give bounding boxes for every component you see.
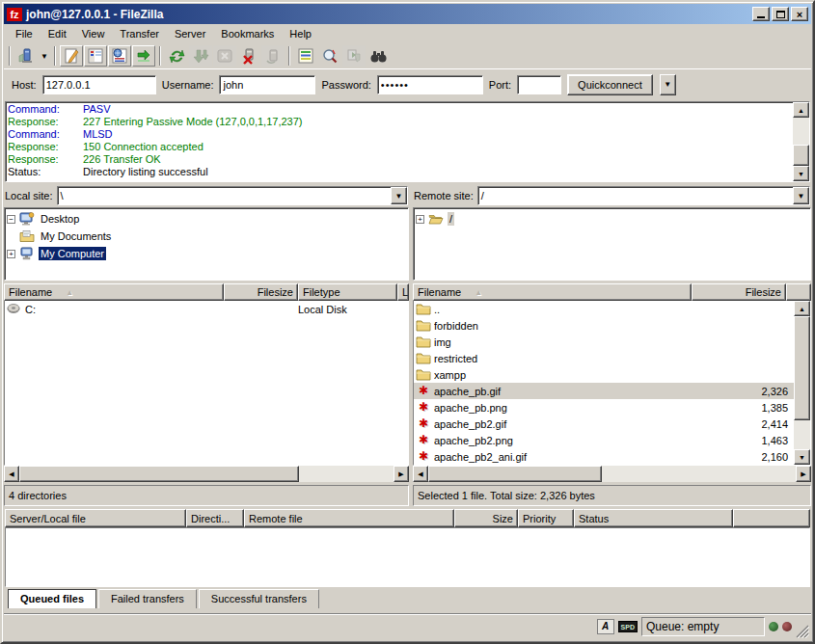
scroll-right-button[interactable]: ▶: [394, 466, 409, 482]
filter-icon: [298, 48, 313, 64]
find-files-button[interactable]: [367, 45, 390, 67]
directory-filter-button[interactable]: [294, 45, 317, 67]
remote-file-row[interactable]: img: [414, 334, 794, 350]
speed-limit-indicator-icon[interactable]: SPD: [618, 621, 638, 632]
tree-item-root[interactable]: + /: [416, 210, 808, 228]
expand-icon[interactable]: +: [416, 215, 424, 224]
column-header-size[interactable]: Size: [454, 509, 518, 527]
scroll-left-button[interactable]: ◀: [413, 466, 428, 482]
menu-bar: File Edit View Transfer Server Bookmarks…: [4, 24, 811, 43]
remote-file-row[interactable]: restricted: [414, 350, 794, 366]
column-header-remote-file[interactable]: Remote file: [244, 509, 454, 527]
tree-item-my-computer[interactable]: + My Computer: [7, 245, 406, 262]
collapse-icon[interactable]: −: [7, 215, 15, 224]
local-file-row[interactable]: C: Local Disk: [5, 301, 408, 317]
remote-file-row-selected[interactable]: ✱ apache_pb.gif 2,326: [414, 383, 794, 399]
log-line: Response:150 Connection accepted: [8, 141, 791, 153]
scroll-up-button[interactable]: ▲: [793, 102, 809, 118]
scroll-left-button[interactable]: ◀: [4, 466, 19, 482]
scroll-thumb[interactable]: [428, 466, 602, 482]
menu-bookmarks[interactable]: Bookmarks: [213, 26, 282, 41]
remote-file-row[interactable]: ✱ apache_pb2_ani.gif 2,160: [414, 448, 794, 465]
host-input[interactable]: [42, 75, 156, 94]
remote-file-row[interactable]: ✱ apache_pb2.gif 2,414: [414, 416, 794, 432]
scroll-up-button[interactable]: ▲: [794, 301, 810, 316]
column-header-filesize[interactable]: Filesize: [692, 283, 786, 301]
synchronized-browsing-button[interactable]: [342, 45, 366, 67]
quickconnect-button[interactable]: Quickconnect: [567, 74, 653, 95]
local-site-dropdown[interactable]: ▼: [391, 187, 407, 204]
scroll-down-button[interactable]: ▼: [793, 166, 809, 181]
column-header-filetype[interactable]: Filetype: [298, 283, 397, 301]
scroll-thumb[interactable]: [19, 466, 299, 482]
scroll-down-button[interactable]: ▼: [794, 449, 810, 465]
menu-edit[interactable]: Edit: [41, 26, 74, 41]
remote-file-row[interactable]: ..: [414, 301, 794, 317]
tab-failed-transfers[interactable]: Failed transfers: [98, 589, 197, 608]
remote-site-combobox[interactable]: / ▼: [477, 186, 810, 205]
maximize-button[interactable]: [772, 7, 789, 21]
minimize-button[interactable]: [752, 7, 770, 21]
tab-queued-files[interactable]: Queued files: [8, 589, 96, 608]
datatype-indicator-icon[interactable]: A: [597, 619, 614, 634]
directory-comparison-button[interactable]: [318, 45, 341, 67]
file-name: apache_pb.png: [434, 402, 705, 414]
close-button[interactable]: ×: [791, 7, 808, 21]
port-input[interactable]: [517, 75, 561, 94]
remote-file-row[interactable]: ✱ apache_pb2.png 1,463: [414, 432, 794, 448]
remote-vertical-scrollbar[interactable]: ▲ ▼: [794, 301, 810, 465]
menu-server[interactable]: Server: [167, 26, 213, 41]
scroll-right-button[interactable]: ▶: [796, 466, 811, 482]
scroll-thumb[interactable]: [794, 316, 810, 420]
log-vertical-scrollbar[interactable]: ▲ ▼: [793, 102, 809, 181]
reconnect-button[interactable]: [261, 45, 285, 67]
file-name: restricted: [434, 353, 705, 364]
expand-icon[interactable]: +: [7, 250, 15, 258]
toggle-queue-button[interactable]: [132, 45, 155, 67]
site-manager-dropdown[interactable]: ▼: [39, 45, 50, 67]
column-header-status[interactable]: Status: [574, 509, 733, 527]
remote-site-dropdown[interactable]: ▼: [793, 187, 809, 204]
toggle-local-tree-button[interactable]: [84, 45, 107, 67]
password-input[interactable]: [377, 75, 483, 94]
queue-list[interactable]: [5, 527, 810, 587]
remote-horizontal-scrollbar[interactable]: ◀ ▶: [413, 466, 811, 482]
tab-successful-transfers[interactable]: Successful transfers: [199, 589, 319, 608]
process-queue-button[interactable]: [189, 45, 212, 67]
column-header-filename[interactable]: Filename▲: [413, 283, 692, 301]
resize-grip[interactable]: [796, 625, 809, 638]
menu-view[interactable]: View: [74, 26, 113, 41]
window-title: john@127.0.0.1 - FileZilla: [26, 8, 752, 21]
username-input[interactable]: [219, 75, 315, 94]
column-header-filesize[interactable]: Filesize: [224, 283, 298, 301]
column-header-direction[interactable]: Directi...: [186, 509, 244, 527]
toggle-remote-tree-button[interactable]: [108, 45, 131, 67]
menu-help[interactable]: Help: [282, 26, 319, 41]
column-header-filename[interactable]: Filename▲: [4, 283, 224, 301]
local-horizontal-scrollbar[interactable]: ◀ ▶: [4, 466, 409, 482]
log-line: Command:MLSD: [8, 128, 791, 141]
toggle-message-log-button[interactable]: [60, 45, 83, 67]
disconnect-button[interactable]: [237, 45, 260, 67]
menu-file[interactable]: File: [8, 26, 41, 41]
title-bar[interactable]: fz john@127.0.0.1 - FileZilla ×: [4, 4, 811, 24]
column-header-server-local-file[interactable]: Server/Local file: [5, 509, 186, 527]
menu-transfer[interactable]: Transfer: [112, 26, 167, 41]
tree-item-desktop[interactable]: − Desktop: [7, 210, 406, 228]
quickconnect-dropdown[interactable]: ▼: [660, 74, 676, 95]
local-site-combobox[interactable]: \ ▼: [57, 186, 408, 205]
cancel-operation-button[interactable]: [213, 45, 236, 67]
refresh-button[interactable]: [165, 45, 188, 67]
remote-file-row[interactable]: ✱ apache_pb.png 1,385: [414, 399, 794, 416]
column-header-priority[interactable]: Priority: [518, 509, 574, 527]
activity-led-red-icon: [782, 622, 792, 631]
remote-file-row[interactable]: forbidden: [414, 317, 794, 334]
queue-status-text: Queue: empty: [641, 617, 765, 636]
remote-file-row[interactable]: xampp: [414, 366, 794, 383]
tree-item-label: /: [448, 212, 454, 226]
column-header-last-modified[interactable]: L: [397, 283, 409, 301]
scroll-thumb[interactable]: [793, 145, 809, 166]
tree-item-my-documents[interactable]: My Documents: [7, 228, 406, 245]
image-file-icon: ✱: [416, 434, 431, 446]
site-manager-button[interactable]: [14, 45, 38, 67]
